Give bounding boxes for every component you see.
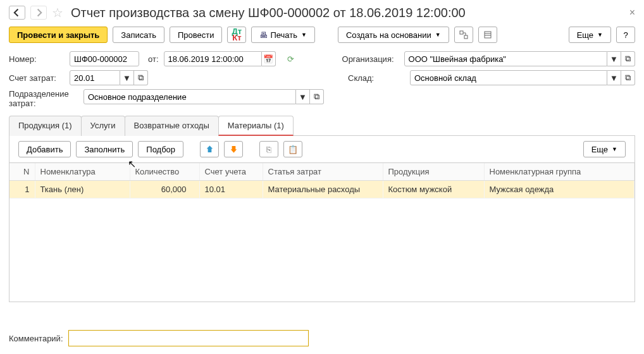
window-title: Отчет производства за смену ШФ00-000002 … bbox=[71, 6, 466, 20]
cell-item[interactable]: Ткань (лен) bbox=[35, 181, 130, 198]
related-docs-button[interactable] bbox=[454, 27, 473, 43]
number-label: Номер: bbox=[9, 54, 65, 64]
arrow-down-icon: 🡇 bbox=[230, 145, 238, 154]
print-button[interactable]: 🖶 Печать ▼ bbox=[251, 27, 315, 43]
department-label: Подразделение затрат: bbox=[9, 89, 78, 108]
calendar-button[interactable]: 📅 bbox=[262, 51, 276, 66]
dtkt-icon: ДтКт bbox=[232, 28, 242, 41]
nav-forward-button[interactable] bbox=[30, 6, 47, 20]
dept-dropdown-button[interactable]: ▼ bbox=[296, 89, 310, 104]
chevron-down-icon: ▼ bbox=[597, 32, 603, 38]
comment-label: Комментарий: bbox=[9, 334, 63, 343]
tab-services[interactable]: Услуги bbox=[81, 116, 125, 136]
pick-button[interactable]: Подбор bbox=[138, 141, 183, 157]
calendar-icon: 📅 bbox=[263, 54, 273, 64]
refresh-icon[interactable]: ⟳ bbox=[287, 54, 294, 64]
date-input[interactable] bbox=[164, 51, 262, 66]
open-icon: ⧉ bbox=[625, 54, 631, 64]
dept-open-button[interactable]: ⧉ bbox=[310, 89, 324, 104]
col-group[interactable]: Номенклатурная группа bbox=[484, 163, 635, 181]
arrow-right-icon bbox=[34, 8, 43, 17]
cell-account[interactable]: 10.01 bbox=[199, 181, 263, 198]
warehouse-label: Склад: bbox=[348, 73, 405, 83]
copy-button[interactable]: ⎘ bbox=[259, 141, 278, 157]
chevron-down-icon: ▼ bbox=[612, 146, 617, 152]
table-row[interactable]: 1 Ткань (лен) 60,000 10.01 Материальные … bbox=[9, 181, 635, 198]
col-account[interactable]: Счет учета bbox=[199, 163, 263, 181]
account-open-button[interactable]: ⧉ bbox=[134, 70, 148, 85]
col-quantity[interactable]: Количество bbox=[130, 163, 199, 181]
nav-back-button[interactable] bbox=[9, 6, 25, 20]
svg-rect-2 bbox=[485, 32, 491, 38]
warehouse-dropdown-button[interactable]: ▼ bbox=[607, 70, 621, 85]
tab-materials[interactable]: Материалы (1) bbox=[218, 116, 294, 136]
add-row-button[interactable]: Добавить bbox=[18, 141, 71, 157]
move-up-button[interactable]: 🡅 bbox=[200, 141, 219, 157]
org-open-button[interactable]: ⧉ bbox=[621, 51, 635, 66]
open-icon: ⧉ bbox=[314, 92, 319, 102]
link-icon bbox=[459, 30, 468, 39]
dtkt-button[interactable]: ДтКт bbox=[227, 27, 246, 43]
list-button[interactable] bbox=[478, 27, 497, 43]
post-and-close-button[interactable]: Провести и закрыть bbox=[9, 27, 108, 43]
more-button[interactable]: Еще ▼ bbox=[569, 27, 611, 43]
chevron-down-icon: ▼ bbox=[610, 73, 618, 83]
tab-products[interactable]: Продукция (1) bbox=[9, 116, 82, 136]
organization-input[interactable] bbox=[404, 51, 607, 66]
save-button[interactable]: Записать bbox=[113, 27, 164, 43]
col-cost-item[interactable]: Статья затрат bbox=[263, 163, 383, 181]
chevron-down-icon: ▼ bbox=[123, 73, 131, 83]
fill-button[interactable]: Заполнить bbox=[76, 141, 133, 157]
grid-more-button[interactable]: Еще ▼ bbox=[583, 141, 626, 157]
copy-icon: ⎘ bbox=[266, 145, 271, 154]
create-based-button[interactable]: Создать на основании ▼ bbox=[338, 27, 449, 43]
department-input[interactable] bbox=[84, 89, 296, 104]
help-button[interactable]: ? bbox=[616, 27, 635, 43]
organization-label: Организация: bbox=[342, 54, 399, 64]
printer-icon: 🖶 bbox=[259, 30, 268, 40]
cell-qty[interactable]: 60,000 bbox=[130, 181, 199, 198]
chevron-down-icon: ▼ bbox=[299, 92, 307, 102]
account-dropdown-button[interactable]: ▼ bbox=[120, 70, 134, 85]
tabs-container: Продукция (1) Услуги Возвратные отходы М… bbox=[9, 115, 635, 136]
list-icon bbox=[483, 30, 492, 39]
cell-product[interactable]: Костюм мужской bbox=[383, 181, 484, 198]
tab-returns[interactable]: Возвратные отходы bbox=[125, 116, 219, 136]
paste-button[interactable]: 📋 bbox=[283, 141, 302, 157]
table-header-row: N Номенклатура Количество Счет учета Ста… bbox=[9, 163, 635, 181]
svg-rect-1 bbox=[464, 35, 468, 39]
arrow-left-icon bbox=[13, 8, 22, 17]
chevron-down-icon: ▼ bbox=[301, 32, 307, 38]
warehouse-input[interactable] bbox=[410, 70, 607, 85]
close-button[interactable]: × bbox=[629, 7, 635, 18]
svg-rect-0 bbox=[460, 31, 463, 34]
cost-account-input[interactable] bbox=[70, 70, 120, 85]
open-icon: ⧉ bbox=[625, 73, 631, 83]
chevron-down-icon: ▼ bbox=[435, 32, 441, 38]
comment-input[interactable] bbox=[68, 330, 309, 346]
move-down-button[interactable]: 🡇 bbox=[224, 141, 243, 157]
cell-n[interactable]: 1 bbox=[9, 181, 35, 198]
paste-icon: 📋 bbox=[288, 145, 298, 154]
arrow-up-icon: 🡅 bbox=[206, 145, 214, 154]
col-nomenclature[interactable]: Номенклатура bbox=[35, 163, 130, 181]
from-label: от: bbox=[148, 54, 159, 64]
post-button[interactable]: Провести bbox=[170, 27, 223, 43]
number-input[interactable] bbox=[70, 51, 139, 66]
favorite-star-icon[interactable]: ☆ bbox=[52, 5, 63, 20]
org-dropdown-button[interactable]: ▼ bbox=[607, 51, 621, 66]
cell-group[interactable]: Мужская одежда bbox=[484, 181, 635, 198]
warehouse-open-button[interactable]: ⧉ bbox=[621, 70, 635, 85]
open-icon: ⧉ bbox=[138, 73, 144, 83]
col-n[interactable]: N bbox=[9, 163, 35, 181]
chevron-down-icon: ▼ bbox=[610, 54, 618, 64]
cost-account-label: Счет затрат: bbox=[9, 73, 65, 83]
materials-grid[interactable]: N Номенклатура Количество Счет учета Ста… bbox=[9, 163, 635, 302]
col-product[interactable]: Продукция bbox=[383, 163, 484, 181]
cell-cost-item[interactable]: Материальные расходы bbox=[263, 181, 383, 198]
